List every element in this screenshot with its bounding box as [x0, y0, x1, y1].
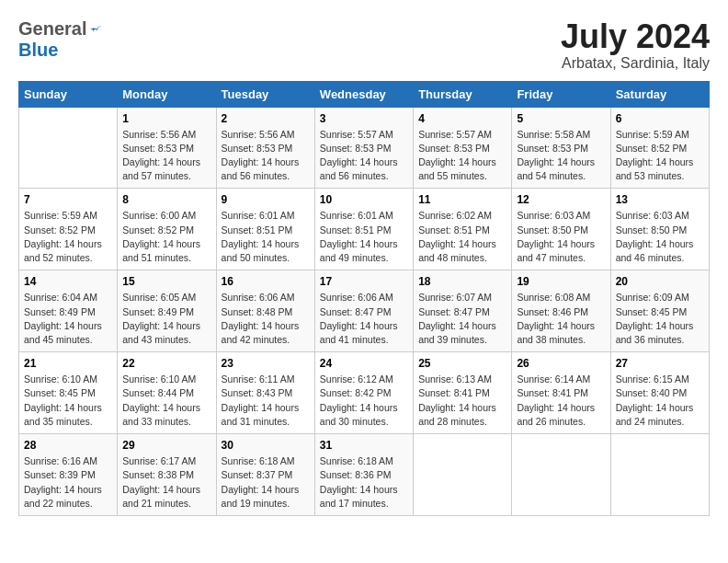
header: General Blue July 2024 Arbatax, Sardinia… — [18, 18, 710, 72]
day-info: Sunrise: 6:13 AM Sunset: 8:41 PM Dayligh… — [418, 373, 506, 429]
logo-general: General — [18, 18, 86, 40]
day-cell: 12Sunrise: 6:03 AM Sunset: 8:50 PM Dayli… — [512, 189, 610, 270]
day-number: 21 — [24, 357, 112, 370]
day-cell: 6Sunrise: 5:59 AM Sunset: 8:52 PM Daylig… — [610, 107, 709, 189]
day-number: 24 — [320, 357, 408, 370]
day-cell — [19, 107, 118, 189]
day-info: Sunrise: 6:03 AM Sunset: 8:50 PM Dayligh… — [616, 209, 704, 265]
day-cell — [610, 434, 709, 516]
day-info: Sunrise: 5:59 AM Sunset: 8:52 PM Dayligh… — [24, 209, 112, 265]
day-cell: 7Sunrise: 5:59 AM Sunset: 8:52 PM Daylig… — [19, 189, 118, 270]
day-cell: 30Sunrise: 6:18 AM Sunset: 8:37 PM Dayli… — [216, 434, 314, 516]
day-cell: 15Sunrise: 6:05 AM Sunset: 8:49 PM Dayli… — [118, 270, 216, 352]
day-info: Sunrise: 6:02 AM Sunset: 8:51 PM Dayligh… — [418, 209, 506, 265]
day-info: Sunrise: 5:59 AM Sunset: 8:52 PM Dayligh… — [616, 128, 704, 184]
day-number: 12 — [517, 193, 605, 206]
day-info: Sunrise: 6:06 AM Sunset: 8:48 PM Dayligh… — [222, 291, 310, 347]
day-info: Sunrise: 6:03 AM Sunset: 8:50 PM Dayligh… — [517, 209, 605, 265]
day-cell: 20Sunrise: 6:09 AM Sunset: 8:45 PM Dayli… — [610, 270, 709, 352]
logo: General Blue — [18, 18, 105, 61]
calendar-subtitle: Arbatax, Sardinia, Italy — [561, 55, 710, 72]
column-header-monday: Monday — [118, 81, 216, 107]
day-number: 19 — [517, 275, 605, 288]
week-row-3: 14Sunrise: 6:04 AM Sunset: 8:49 PM Dayli… — [19, 270, 710, 352]
day-number: 3 — [320, 112, 408, 125]
day-cell: 17Sunrise: 6:06 AM Sunset: 8:47 PM Dayli… — [314, 270, 413, 352]
day-cell: 29Sunrise: 6:17 AM Sunset: 8:38 PM Dayli… — [118, 434, 216, 516]
day-info: Sunrise: 6:00 AM Sunset: 8:52 PM Dayligh… — [122, 209, 210, 265]
day-cell: 19Sunrise: 6:08 AM Sunset: 8:46 PM Dayli… — [512, 270, 610, 352]
week-row-4: 21Sunrise: 6:10 AM Sunset: 8:45 PM Dayli… — [19, 352, 710, 434]
day-number: 28 — [24, 439, 112, 452]
day-info: Sunrise: 6:04 AM Sunset: 8:49 PM Dayligh… — [24, 291, 112, 347]
week-row-1: 1Sunrise: 5:56 AM Sunset: 8:53 PM Daylig… — [19, 107, 710, 189]
day-cell: 31Sunrise: 6:18 AM Sunset: 8:36 PM Dayli… — [314, 434, 413, 516]
column-header-friday: Friday — [512, 81, 610, 107]
day-cell: 16Sunrise: 6:06 AM Sunset: 8:48 PM Dayli… — [216, 270, 314, 352]
logo-blue: Blue — [18, 40, 58, 60]
day-cell: 2Sunrise: 5:56 AM Sunset: 8:53 PM Daylig… — [216, 107, 314, 189]
day-info: Sunrise: 6:08 AM Sunset: 8:46 PM Dayligh… — [517, 291, 605, 347]
day-number: 10 — [320, 193, 408, 206]
day-number: 29 — [122, 439, 210, 452]
day-info: Sunrise: 6:06 AM Sunset: 8:47 PM Dayligh… — [320, 291, 408, 347]
day-info: Sunrise: 6:14 AM Sunset: 8:41 PM Dayligh… — [517, 373, 605, 429]
column-header-thursday: Thursday — [414, 81, 512, 107]
day-number: 17 — [320, 275, 408, 288]
day-info: Sunrise: 6:15 AM Sunset: 8:40 PM Dayligh… — [616, 373, 704, 429]
day-cell: 26Sunrise: 6:14 AM Sunset: 8:41 PM Dayli… — [512, 352, 610, 434]
day-info: Sunrise: 6:09 AM Sunset: 8:45 PM Dayligh… — [616, 291, 704, 347]
day-number: 18 — [418, 275, 506, 288]
logo-bird-icon — [88, 21, 105, 38]
day-number: 1 — [122, 112, 210, 125]
week-row-5: 28Sunrise: 6:16 AM Sunset: 8:39 PM Dayli… — [19, 434, 710, 516]
day-info: Sunrise: 5:58 AM Sunset: 8:53 PM Dayligh… — [517, 128, 605, 184]
day-number: 16 — [222, 275, 310, 288]
day-cell: 27Sunrise: 6:15 AM Sunset: 8:40 PM Dayli… — [610, 352, 709, 434]
day-number: 22 — [122, 357, 210, 370]
day-info: Sunrise: 5:56 AM Sunset: 8:53 PM Dayligh… — [122, 128, 210, 184]
day-cell — [512, 434, 610, 516]
day-number: 25 — [418, 357, 506, 370]
day-number: 4 — [418, 112, 506, 125]
day-cell: 10Sunrise: 6:01 AM Sunset: 8:51 PM Dayli… — [314, 189, 413, 270]
day-info: Sunrise: 6:05 AM Sunset: 8:49 PM Dayligh… — [122, 291, 210, 347]
day-cell: 3Sunrise: 5:57 AM Sunset: 8:53 PM Daylig… — [314, 107, 413, 189]
day-info: Sunrise: 5:57 AM Sunset: 8:53 PM Dayligh… — [320, 128, 408, 184]
day-number: 5 — [517, 112, 605, 125]
day-cell — [414, 434, 512, 516]
column-header-tuesday: Tuesday — [216, 81, 314, 107]
day-number: 6 — [616, 112, 704, 125]
day-cell: 22Sunrise: 6:10 AM Sunset: 8:44 PM Dayli… — [118, 352, 216, 434]
day-info: Sunrise: 6:01 AM Sunset: 8:51 PM Dayligh… — [320, 209, 408, 265]
day-info: Sunrise: 6:07 AM Sunset: 8:47 PM Dayligh… — [418, 291, 506, 347]
day-number: 15 — [122, 275, 210, 288]
day-info: Sunrise: 6:18 AM Sunset: 8:37 PM Dayligh… — [222, 454, 310, 511]
day-number: 26 — [517, 357, 605, 370]
day-cell: 18Sunrise: 6:07 AM Sunset: 8:47 PM Dayli… — [414, 270, 512, 352]
day-info: Sunrise: 6:10 AM Sunset: 8:44 PM Dayligh… — [122, 373, 210, 429]
day-cell: 25Sunrise: 6:13 AM Sunset: 8:41 PM Dayli… — [414, 352, 512, 434]
day-number: 14 — [24, 275, 112, 288]
day-cell: 4Sunrise: 5:57 AM Sunset: 8:53 PM Daylig… — [414, 107, 512, 189]
day-number: 23 — [222, 357, 310, 370]
day-number: 7 — [24, 193, 112, 206]
day-cell: 9Sunrise: 6:01 AM Sunset: 8:51 PM Daylig… — [216, 189, 314, 270]
day-cell: 23Sunrise: 6:11 AM Sunset: 8:43 PM Dayli… — [216, 352, 314, 434]
day-info: Sunrise: 6:17 AM Sunset: 8:38 PM Dayligh… — [122, 454, 210, 511]
day-cell: 13Sunrise: 6:03 AM Sunset: 8:50 PM Dayli… — [610, 189, 709, 270]
day-number: 9 — [222, 193, 310, 206]
day-info: Sunrise: 6:18 AM Sunset: 8:36 PM Dayligh… — [320, 454, 408, 511]
day-info: Sunrise: 6:12 AM Sunset: 8:42 PM Dayligh… — [320, 373, 408, 429]
day-info: Sunrise: 6:10 AM Sunset: 8:45 PM Dayligh… — [24, 373, 112, 429]
day-number: 13 — [616, 193, 704, 206]
day-info: Sunrise: 5:57 AM Sunset: 8:53 PM Dayligh… — [418, 128, 506, 184]
day-cell: 24Sunrise: 6:12 AM Sunset: 8:42 PM Dayli… — [314, 352, 413, 434]
day-info: Sunrise: 6:16 AM Sunset: 8:39 PM Dayligh… — [24, 454, 112, 511]
header-row: SundayMondayTuesdayWednesdayThursdayFrid… — [19, 81, 710, 107]
column-header-sunday: Sunday — [19, 81, 118, 107]
title-area: July 2024 Arbatax, Sardinia, Italy — [561, 18, 710, 72]
day-number: 8 — [122, 193, 210, 206]
calendar-title: July 2024 — [561, 18, 710, 55]
day-cell: 5Sunrise: 5:58 AM Sunset: 8:53 PM Daylig… — [512, 107, 610, 189]
